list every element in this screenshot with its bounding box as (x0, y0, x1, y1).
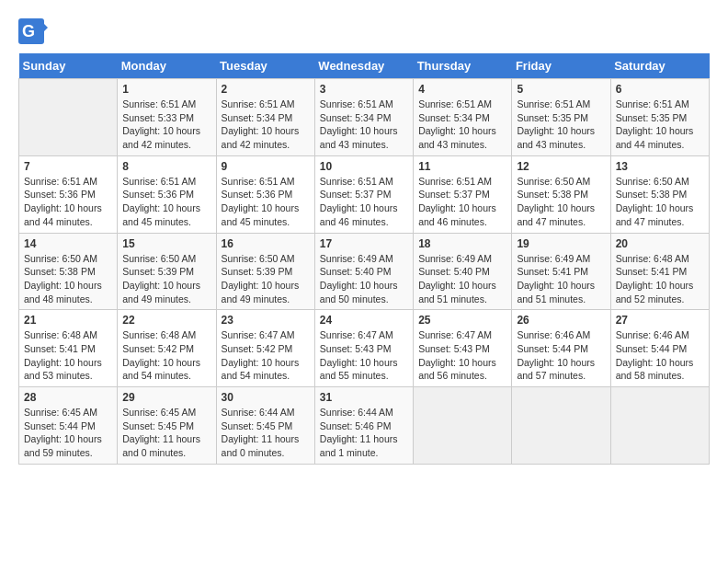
calendar-cell: 22Sunrise: 6:48 AM Sunset: 5:42 PM Dayli… (118, 310, 216, 387)
calendar-week-2: 7Sunrise: 6:51 AM Sunset: 5:36 PM Daylig… (19, 155, 710, 233)
calendar-cell (414, 387, 512, 465)
day-number: 11 (418, 160, 506, 173)
day-info: Sunrise: 6:50 AM Sunset: 5:38 PM Dayligh… (616, 175, 704, 229)
calendar-cell: 4Sunrise: 6:51 AM Sunset: 5:34 PM Daylig… (414, 79, 512, 156)
calendar-cell: 23Sunrise: 6:47 AM Sunset: 5:42 PM Dayli… (216, 310, 314, 387)
day-number: 26 (517, 314, 605, 327)
day-number: 19 (517, 237, 605, 250)
calendar-cell: 17Sunrise: 6:49 AM Sunset: 5:40 PM Dayli… (314, 233, 413, 310)
day-number: 6 (616, 83, 704, 96)
calendar-cell (19, 79, 118, 156)
calendar-cell: 24Sunrise: 6:47 AM Sunset: 5:43 PM Dayli… (314, 310, 413, 387)
day-number: 31 (320, 391, 408, 404)
day-number: 10 (320, 160, 408, 173)
calendar-cell: 16Sunrise: 6:50 AM Sunset: 5:39 PM Dayli… (216, 233, 314, 310)
calendar-cell: 12Sunrise: 6:50 AM Sunset: 5:38 PM Dayli… (512, 155, 610, 233)
day-info: Sunrise: 6:50 AM Sunset: 5:38 PM Dayligh… (24, 252, 112, 306)
day-info: Sunrise: 6:50 AM Sunset: 5:38 PM Dayligh… (517, 175, 605, 229)
day-number: 17 (320, 237, 408, 250)
header-tuesday: Tuesday (216, 53, 314, 79)
day-number: 12 (517, 160, 605, 173)
day-number: 29 (122, 391, 210, 404)
day-number: 4 (418, 83, 506, 96)
calendar-body: 1Sunrise: 6:51 AM Sunset: 5:33 PM Daylig… (19, 79, 710, 465)
day-info: Sunrise: 6:48 AM Sunset: 5:41 PM Dayligh… (616, 252, 704, 306)
day-info: Sunrise: 6:46 AM Sunset: 5:44 PM Dayligh… (616, 328, 704, 383)
calendar-cell: 28Sunrise: 6:45 AM Sunset: 5:44 PM Dayli… (19, 387, 118, 465)
calendar-cell: 7Sunrise: 6:51 AM Sunset: 5:36 PM Daylig… (19, 155, 118, 233)
calendar-cell: 10Sunrise: 6:51 AM Sunset: 5:37 PM Dayli… (314, 155, 413, 233)
day-number: 28 (24, 391, 112, 404)
calendar-cell: 20Sunrise: 6:48 AM Sunset: 5:41 PM Dayli… (610, 233, 709, 310)
day-info: Sunrise: 6:51 AM Sunset: 5:37 PM Dayligh… (418, 175, 506, 229)
day-number: 8 (122, 160, 210, 173)
day-number: 24 (320, 314, 408, 327)
day-number: 15 (122, 237, 210, 250)
day-number: 20 (616, 237, 704, 250)
calendar-cell: 29Sunrise: 6:45 AM Sunset: 5:45 PM Dayli… (118, 387, 216, 465)
day-number: 25 (418, 314, 506, 327)
calendar-cell: 15Sunrise: 6:50 AM Sunset: 5:39 PM Dayli… (118, 233, 216, 310)
calendar-week-3: 14Sunrise: 6:50 AM Sunset: 5:38 PM Dayli… (19, 233, 710, 310)
calendar-cell: 19Sunrise: 6:49 AM Sunset: 5:41 PM Dayli… (512, 233, 610, 310)
day-info: Sunrise: 6:44 AM Sunset: 5:45 PM Dayligh… (222, 406, 310, 460)
calendar-cell: 6Sunrise: 6:51 AM Sunset: 5:35 PM Daylig… (610, 79, 709, 156)
calendar-cell: 14Sunrise: 6:50 AM Sunset: 5:38 PM Dayli… (19, 233, 118, 310)
day-info: Sunrise: 6:50 AM Sunset: 5:39 PM Dayligh… (222, 252, 310, 306)
day-number: 21 (24, 314, 112, 327)
day-info: Sunrise: 6:51 AM Sunset: 5:36 PM Dayligh… (24, 175, 112, 229)
calendar-cell: 18Sunrise: 6:49 AM Sunset: 5:40 PM Dayli… (414, 233, 512, 310)
day-info: Sunrise: 6:51 AM Sunset: 5:33 PM Dayligh… (122, 98, 210, 152)
day-info: Sunrise: 6:48 AM Sunset: 5:42 PM Dayligh… (122, 328, 210, 383)
header-row: SundayMondayTuesdayWednesdayThursdayFrid… (19, 53, 710, 79)
day-info: Sunrise: 6:47 AM Sunset: 5:43 PM Dayligh… (418, 328, 506, 383)
day-number: 5 (517, 83, 605, 96)
logo: G (18, 18, 50, 44)
calendar-week-1: 1Sunrise: 6:51 AM Sunset: 5:33 PM Daylig… (19, 79, 710, 156)
day-number: 27 (616, 314, 704, 327)
calendar-cell: 25Sunrise: 6:47 AM Sunset: 5:43 PM Dayli… (414, 310, 512, 387)
header-wednesday: Wednesday (314, 53, 413, 79)
calendar-cell: 5Sunrise: 6:51 AM Sunset: 5:35 PM Daylig… (512, 79, 610, 156)
calendar-cell: 13Sunrise: 6:50 AM Sunset: 5:38 PM Dayli… (610, 155, 709, 233)
day-number: 2 (222, 83, 310, 96)
day-info: Sunrise: 6:48 AM Sunset: 5:41 PM Dayligh… (24, 328, 112, 383)
calendar-cell: 11Sunrise: 6:51 AM Sunset: 5:37 PM Dayli… (414, 155, 512, 233)
calendar-cell: 2Sunrise: 6:51 AM Sunset: 5:34 PM Daylig… (216, 79, 314, 156)
day-info: Sunrise: 6:49 AM Sunset: 5:41 PM Dayligh… (517, 252, 605, 306)
day-info: Sunrise: 6:45 AM Sunset: 5:45 PM Dayligh… (122, 406, 210, 460)
logo-icon: G (18, 18, 48, 44)
calendar-cell: 30Sunrise: 6:44 AM Sunset: 5:45 PM Dayli… (216, 387, 314, 465)
day-number: 7 (24, 160, 112, 173)
day-info: Sunrise: 6:51 AM Sunset: 5:37 PM Dayligh… (320, 175, 408, 229)
day-number: 3 (320, 83, 408, 96)
calendar-cell: 26Sunrise: 6:46 AM Sunset: 5:44 PM Dayli… (512, 310, 610, 387)
calendar-table: SundayMondayTuesdayWednesdayThursdayFrid… (18, 53, 710, 465)
header-monday: Monday (118, 53, 216, 79)
svg-text:G: G (22, 22, 35, 40)
day-info: Sunrise: 6:51 AM Sunset: 5:34 PM Dayligh… (222, 98, 310, 152)
svg-marker-1 (42, 22, 48, 33)
day-number: 14 (24, 237, 112, 250)
day-info: Sunrise: 6:50 AM Sunset: 5:39 PM Dayligh… (122, 252, 210, 306)
day-info: Sunrise: 6:44 AM Sunset: 5:46 PM Dayligh… (320, 406, 408, 460)
day-info: Sunrise: 6:51 AM Sunset: 5:34 PM Dayligh… (320, 98, 408, 152)
calendar-cell (610, 387, 709, 465)
header-friday: Friday (512, 53, 610, 79)
day-info: Sunrise: 6:51 AM Sunset: 5:35 PM Dayligh… (616, 98, 704, 152)
calendar-cell: 21Sunrise: 6:48 AM Sunset: 5:41 PM Dayli… (19, 310, 118, 387)
day-info: Sunrise: 6:51 AM Sunset: 5:36 PM Dayligh… (222, 175, 310, 229)
day-number: 1 (122, 83, 210, 96)
day-number: 30 (222, 391, 310, 404)
calendar-cell (512, 387, 610, 465)
day-number: 18 (418, 237, 506, 250)
calendar-cell: 1Sunrise: 6:51 AM Sunset: 5:33 PM Daylig… (118, 79, 216, 156)
calendar-cell: 9Sunrise: 6:51 AM Sunset: 5:36 PM Daylig… (216, 155, 314, 233)
day-info: Sunrise: 6:49 AM Sunset: 5:40 PM Dayligh… (320, 252, 408, 306)
header-sunday: Sunday (19, 53, 118, 79)
day-number: 23 (222, 314, 310, 327)
day-info: Sunrise: 6:51 AM Sunset: 5:35 PM Dayligh… (517, 98, 605, 152)
calendar-cell: 27Sunrise: 6:46 AM Sunset: 5:44 PM Dayli… (610, 310, 709, 387)
day-info: Sunrise: 6:47 AM Sunset: 5:42 PM Dayligh… (222, 328, 310, 383)
day-info: Sunrise: 6:47 AM Sunset: 5:43 PM Dayligh… (320, 328, 408, 383)
